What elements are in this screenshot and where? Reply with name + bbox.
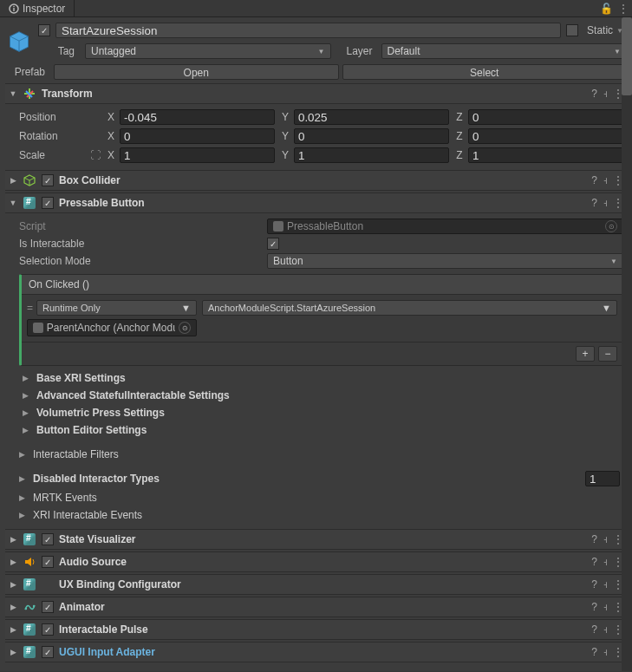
position-y-input[interactable] bbox=[294, 109, 449, 125]
disabled-interactor-count[interactable] bbox=[585, 471, 620, 486]
pressable-button-header[interactable]: ▼ Pressable Button ? ⫞ ⋮ bbox=[5, 192, 627, 213]
preset-icon[interactable]: ⫞ bbox=[603, 197, 608, 209]
preset-icon[interactable]: ⫞ bbox=[603, 556, 608, 568]
object-picker-icon[interactable]: ⊙ bbox=[605, 220, 617, 232]
help-icon[interactable]: ? bbox=[591, 646, 597, 658]
static-checkbox[interactable] bbox=[566, 24, 578, 36]
svg-point-3 bbox=[25, 608, 27, 610]
lock-icon[interactable]: 🔓 bbox=[600, 3, 613, 15]
gameobject-name-field[interactable] bbox=[55, 23, 561, 38]
help-icon[interactable]: ? bbox=[591, 578, 597, 590]
help-icon[interactable]: ? bbox=[591, 533, 597, 545]
position-label: Position bbox=[19, 111, 101, 123]
preset-icon[interactable]: ⫞ bbox=[603, 578, 608, 590]
tag-dropdown[interactable]: Untagged▼ bbox=[85, 43, 331, 59]
help-icon[interactable]: ? bbox=[591, 197, 597, 209]
titlebar-kebab-icon[interactable]: ⋮ bbox=[618, 3, 629, 15]
layer-dropdown[interactable]: Default▼ bbox=[381, 43, 628, 59]
preset-icon[interactable]: ⫞ bbox=[603, 623, 608, 636]
event-runtime-dropdown[interactable]: Runtime Only▼ bbox=[36, 300, 197, 316]
scale-z-input[interactable] bbox=[468, 147, 623, 163]
fold-icon: ▶ bbox=[9, 176, 17, 185]
help-icon[interactable]: ? bbox=[591, 601, 597, 613]
prefab-select-button[interactable]: Select bbox=[342, 64, 628, 80]
help-icon[interactable]: ? bbox=[591, 623, 597, 636]
is-interactable-checkbox[interactable] bbox=[267, 238, 279, 250]
layer-label: Layer bbox=[336, 45, 376, 57]
is-interactable-label: Is Interactable bbox=[19, 238, 262, 250]
on-clicked-title: On Clicked () bbox=[22, 275, 622, 295]
rotation-label: Rotation bbox=[19, 130, 101, 142]
animator-icon bbox=[23, 600, 36, 614]
position-z-input[interactable] bbox=[468, 109, 623, 125]
scale-y-input[interactable] bbox=[294, 147, 449, 163]
advanced-stateful-section[interactable]: ▶Advanced StatefulInteractable Settings bbox=[19, 387, 623, 404]
button-editor-section[interactable]: ▶Button Editor Settings bbox=[19, 421, 623, 439]
box-collider-title: Box Collider bbox=[59, 174, 586, 186]
script-object-field: PressableButton ⊙ bbox=[267, 219, 623, 234]
animator-enabled-checkbox[interactable] bbox=[42, 601, 54, 613]
state-visualizer-enabled-checkbox[interactable] bbox=[42, 533, 54, 545]
help-icon[interactable]: ? bbox=[591, 556, 597, 568]
event-function-dropdown[interactable]: AnchorModuleScript.StartAzureSession▼ bbox=[202, 300, 617, 316]
ugui-enabled-checkbox[interactable] bbox=[42, 646, 54, 658]
svg-point-1 bbox=[13, 5, 15, 7]
animator-header[interactable]: ▶ Animator ?⫞⋮ bbox=[5, 597, 627, 617]
preset-icon[interactable]: ⫞ bbox=[603, 88, 608, 100]
fold-icon: ▼ bbox=[9, 89, 17, 98]
pressable-button-title: Pressable Button bbox=[59, 197, 586, 209]
rotation-x-input[interactable] bbox=[120, 128, 275, 144]
script-icon bbox=[23, 533, 36, 545]
interactable-filters-section[interactable]: ▶Interactable Filters bbox=[19, 446, 623, 463]
inspector-tab-label: Inspector bbox=[23, 3, 65, 15]
svg-point-4 bbox=[33, 605, 35, 607]
audio-source-header[interactable]: ▶ Audio Source ?⫞⋮ bbox=[5, 551, 627, 572]
selection-mode-dropdown[interactable]: Button▼ bbox=[267, 253, 623, 269]
interactable-pulse-enabled-checkbox[interactable] bbox=[42, 623, 54, 636]
object-icon bbox=[33, 323, 43, 333]
rotation-z-input[interactable] bbox=[468, 128, 623, 144]
tag-label: Tag bbox=[38, 45, 80, 57]
event-target-field[interactable]: ParentAnchor (Anchor Modu ⊙ bbox=[27, 319, 197, 336]
mrtk-events-section[interactable]: ▶MRTK Events bbox=[19, 489, 623, 506]
scale-label: Scale bbox=[19, 149, 85, 161]
box-collider-header[interactable]: ▶ Box Collider ? ⫞ ⋮ bbox=[5, 170, 627, 191]
state-visualizer-header[interactable]: ▶ State Visualizer ?⫞⋮ bbox=[5, 529, 627, 550]
vertical-scrollbar[interactable] bbox=[622, 17, 632, 671]
preset-icon[interactable]: ⫞ bbox=[603, 533, 608, 545]
inspector-tab[interactable]: Inspector bbox=[3, 0, 75, 16]
scale-x-input[interactable] bbox=[120, 147, 275, 163]
object-picker-icon[interactable]: ⊙ bbox=[179, 322, 191, 334]
ugui-input-adapter-header[interactable]: ▶ UGUI Input Adapter ?⫞⋮ bbox=[5, 642, 627, 662]
audio-source-enabled-checkbox[interactable] bbox=[42, 556, 54, 568]
help-icon[interactable]: ? bbox=[591, 88, 597, 100]
scrollbar-thumb[interactable] bbox=[622, 17, 632, 95]
gameobject-enabled-checkbox[interactable] bbox=[38, 24, 50, 36]
event-remove-button[interactable]: − bbox=[598, 346, 617, 362]
audio-source-icon bbox=[23, 555, 36, 569]
constrain-scale-icon[interactable]: ⛶ bbox=[90, 149, 101, 161]
on-clicked-event-box: On Clicked () = Runtime Only▼ bbox=[19, 274, 623, 366]
preset-icon[interactable]: ⫞ bbox=[603, 174, 608, 186]
box-collider-icon bbox=[23, 173, 36, 187]
preset-icon[interactable]: ⫞ bbox=[603, 646, 608, 658]
preset-icon[interactable]: ⫞ bbox=[603, 601, 608, 613]
xri-interactable-events-section[interactable]: ▶XRI Interactable Events bbox=[19, 506, 623, 524]
script-icon bbox=[23, 578, 36, 590]
event-drag-handle-icon[interactable]: = bbox=[27, 300, 33, 316]
volumetric-press-section[interactable]: ▶Volumetric Press Settings bbox=[19, 404, 623, 421]
event-add-button[interactable]: + bbox=[576, 346, 595, 362]
position-x-input[interactable] bbox=[120, 109, 275, 125]
svg-rect-2 bbox=[13, 8, 14, 11]
transform-header[interactable]: ▼ Transform ? ⫞ ⋮ bbox=[5, 83, 627, 104]
script-icon bbox=[23, 196, 36, 210]
prefab-open-button[interactable]: Open bbox=[54, 64, 339, 80]
disabled-interactor-section[interactable]: ▶Disabled Interactor Types bbox=[19, 468, 623, 489]
base-xri-settings-section[interactable]: ▶Base XRI Settings bbox=[19, 369, 623, 387]
box-collider-enabled-checkbox[interactable] bbox=[42, 174, 54, 186]
rotation-y-input[interactable] bbox=[294, 128, 449, 144]
pressable-button-enabled-checkbox[interactable] bbox=[42, 197, 54, 209]
ux-binding-header[interactable]: ▶ UX Binding Configurator ?⫞⋮ bbox=[5, 574, 627, 595]
help-icon[interactable]: ? bbox=[591, 174, 597, 186]
interactable-pulse-header[interactable]: ▶ Interactable Pulse ?⫞⋮ bbox=[5, 619, 627, 640]
